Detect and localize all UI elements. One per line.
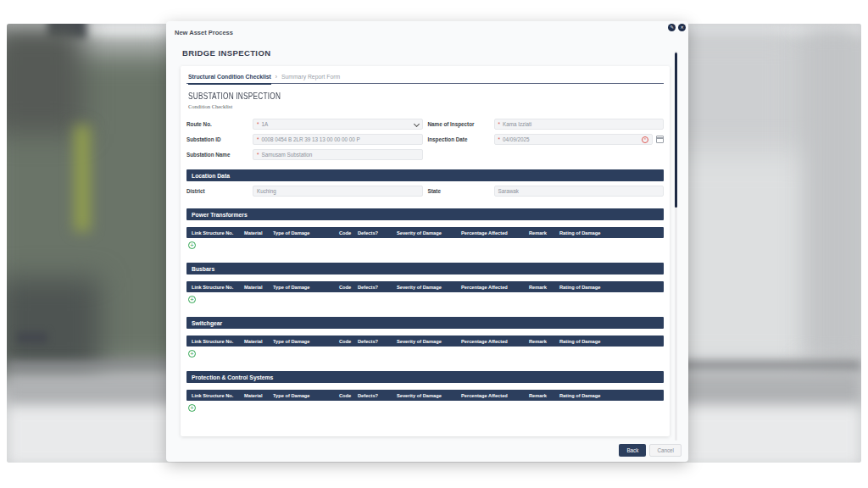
checklist-subtitle: Condition Checklist xyxy=(188,103,664,109)
section-header-power-transformers: Power Transformers xyxy=(186,208,664,220)
form-row: District Kuching State Sarawak xyxy=(186,186,664,197)
column-header: Defects? xyxy=(356,339,395,344)
modal-scrollbar-thumb[interactable] xyxy=(675,53,677,208)
add-row-icon[interactable] xyxy=(188,404,196,412)
column-header: Code xyxy=(337,230,356,236)
column-header: Code xyxy=(337,285,356,290)
state-label: State xyxy=(428,188,494,194)
column-header: Rating of Damage xyxy=(558,230,664,236)
table-header-busbars: Link Structure No. Material Type of Dama… xyxy=(186,281,664,292)
column-header: Link Structure No. xyxy=(186,393,242,398)
column-header: Type of Damage xyxy=(271,393,337,398)
add-row-area xyxy=(186,404,664,413)
column-header: Percentage Affected xyxy=(459,339,527,344)
substation-id-label: Substation ID xyxy=(186,136,253,142)
column-header: Severity of Damage xyxy=(395,230,459,236)
form-row: Substation ID * 0008 0454 B 2LR 39 13 13… xyxy=(186,134,664,145)
bg-button-fragment xyxy=(17,332,47,343)
bg-right-strip xyxy=(804,24,861,363)
district-value: Kuching xyxy=(257,188,276,194)
chevron-down-icon xyxy=(413,121,419,127)
screen: New Asset Process BRIDGE INSPECTION Stru… xyxy=(0,0,868,488)
column-header: Rating of Damage xyxy=(558,285,664,290)
substation-name-label: Substation Name xyxy=(186,152,253,158)
column-header: Remark xyxy=(527,393,558,398)
substation-id-input[interactable]: * 0008 0454 B 2LR 39 13 13 00 00 00 00 P xyxy=(253,134,423,145)
required-marker: * xyxy=(498,136,500,142)
column-header: Severity of Damage xyxy=(395,393,459,398)
modal-scrollbar-track xyxy=(675,51,677,441)
page-title: BRIDGE INSPECTION xyxy=(182,48,270,58)
column-header: Link Structure No. xyxy=(186,230,242,236)
add-row-area xyxy=(186,241,664,251)
inspection-date-value: 04/09/2025 xyxy=(503,136,530,142)
section-header-location-data: Location Data xyxy=(186,169,664,181)
add-row-icon[interactable] xyxy=(188,296,196,303)
column-header: Percentage Affected xyxy=(459,230,527,236)
column-header: Code xyxy=(337,393,356,398)
substation-name-input[interactable]: * Samusam Substation xyxy=(253,149,423,160)
column-header: Link Structure No. xyxy=(186,285,242,290)
form-row: Route No. * 1A Name of Inspector * Kama … xyxy=(186,119,664,130)
section-header-switchgear: Switchgear xyxy=(186,317,664,329)
add-row-icon[interactable] xyxy=(188,350,196,358)
add-row-icon[interactable] xyxy=(188,241,196,249)
column-header: Remark xyxy=(527,285,558,290)
modal-window-controls xyxy=(668,24,686,31)
column-header: Material xyxy=(242,393,271,398)
wizard-steps: Structural Condition Checklist › Summary… xyxy=(186,66,664,84)
inspector-label: Name of Inspector xyxy=(428,121,494,127)
column-header: Link Structure No. xyxy=(186,339,242,344)
column-header: Rating of Damage xyxy=(558,393,664,398)
tab-structural-condition-checklist[interactable]: Structural Condition Checklist xyxy=(188,74,271,85)
checklist-card: Structural Condition Checklist › Summary… xyxy=(181,66,670,436)
inspector-value: Kama Izziati xyxy=(503,121,531,127)
state-value: Sarawak xyxy=(498,188,520,194)
column-header: Defects? xyxy=(356,285,395,290)
inspector-input[interactable]: * Kama Izziati xyxy=(494,119,665,130)
column-header: Percentage Affected xyxy=(459,285,527,290)
inspection-date-input[interactable]: * 04/09/2025 xyxy=(494,134,654,145)
bg-map-pole xyxy=(75,125,90,231)
close-icon[interactable] xyxy=(678,24,686,31)
tab-summary-report-form[interactable]: Summary Report Form xyxy=(281,74,340,83)
column-header: Severity of Damage xyxy=(395,285,459,290)
calendar-icon[interactable] xyxy=(656,136,664,143)
table-header-power-transformers: Link Structure No. Material Type of Dama… xyxy=(186,227,664,238)
inspection-date-label: Inspection Date xyxy=(428,136,494,142)
column-header: Remark xyxy=(527,230,558,236)
clear-date-icon[interactable] xyxy=(642,136,648,143)
column-header: Remark xyxy=(527,339,558,344)
district-input[interactable]: Kuching xyxy=(253,186,423,197)
substation-name-value: Samusam Substation xyxy=(261,152,312,158)
chevron-right-icon: › xyxy=(275,74,277,83)
column-header: Rating of Damage xyxy=(558,339,664,344)
column-header: Defects? xyxy=(356,230,395,236)
column-header: Material xyxy=(242,230,271,236)
modal-title: New Asset Process xyxy=(175,29,233,36)
back-button[interactable]: Back xyxy=(619,444,646,457)
column-header: Material xyxy=(242,339,271,344)
section-header-busbars: Busbars xyxy=(186,263,664,274)
required-marker: * xyxy=(498,121,500,127)
edit-icon[interactable] xyxy=(668,24,676,31)
bg-map-shadow xyxy=(7,24,83,134)
table-header-protection-control-systems: Link Structure No. Material Type of Dama… xyxy=(186,390,664,401)
form-row: Substation Name * Samusam Substation xyxy=(186,149,664,160)
column-header: Severity of Damage xyxy=(395,339,459,344)
date-field-icons xyxy=(642,136,648,143)
cancel-button[interactable]: Cancel xyxy=(649,444,682,457)
new-asset-process-modal: New Asset Process BRIDGE INSPECTION Stru… xyxy=(166,21,688,462)
required-marker: * xyxy=(257,136,259,142)
add-row-area xyxy=(186,296,664,305)
calendar-icon-wrap xyxy=(656,136,664,143)
substation-id-value: 0008 0454 B 2LR 39 13 13 00 00 00 00 P xyxy=(261,136,359,142)
route-no-value: 1A xyxy=(261,121,268,127)
column-header: Type of Damage xyxy=(271,339,337,344)
column-header: Material xyxy=(242,285,271,290)
state-input[interactable]: Sarawak xyxy=(494,186,665,197)
section-header-protection-control-systems: Protection & Control Systems xyxy=(186,371,664,383)
route-no-select[interactable]: * 1A xyxy=(253,119,423,130)
column-header: Type of Damage xyxy=(271,285,337,290)
checklist-title: SUBSTATION INSPECTION xyxy=(188,91,531,101)
